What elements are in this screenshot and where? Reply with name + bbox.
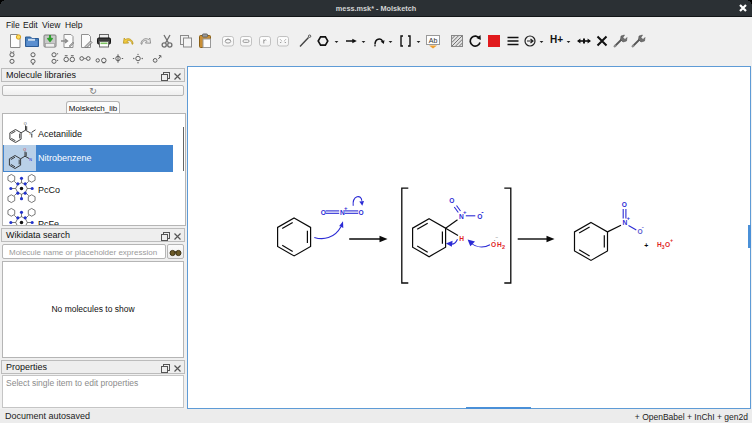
svg-text:O: O — [321, 208, 326, 215]
svg-text:+: + — [670, 237, 673, 243]
svg-text:·¯: ·¯ — [494, 237, 498, 243]
svg-text:+: + — [644, 242, 648, 249]
svg-text:N: N — [30, 132, 33, 136]
svg-text:O: O — [358, 208, 363, 215]
svg-text:H: H — [459, 234, 464, 241]
svg-text:+: + — [627, 215, 631, 221]
svg-text:O: O — [622, 200, 627, 207]
svg-text:O: O — [449, 197, 454, 204]
svg-text:+: + — [463, 208, 467, 214]
svg-text:-: - — [642, 224, 644, 230]
svg-text:O: O — [24, 122, 27, 126]
svg-text:N: N — [29, 158, 32, 162]
svg-text:+: + — [344, 205, 348, 211]
svg-text:O: O — [23, 148, 26, 152]
svg-text:Ab: Ab — [429, 37, 438, 44]
svg-text:2: 2 — [502, 244, 505, 250]
svg-text:-: - — [481, 207, 484, 214]
